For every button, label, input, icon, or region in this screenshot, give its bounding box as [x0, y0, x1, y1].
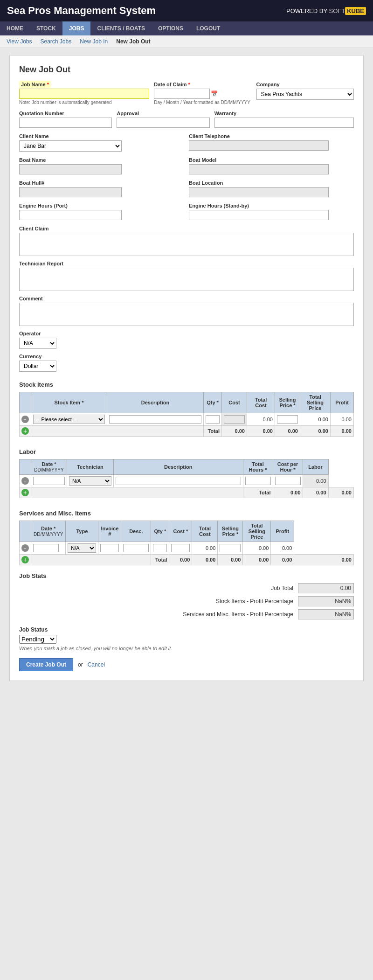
approval-input[interactable]	[117, 118, 209, 128]
nav-logout[interactable]: LOGOUT	[190, 21, 227, 35]
th-stock-profit: Profit	[331, 392, 354, 413]
nav-jobs[interactable]: JOBS	[62, 21, 91, 35]
labor-technician-select[interactable]: N/A	[69, 476, 111, 486]
services-table: Date *DD/MM/YYYY Type Invoice # Desc. Qt…	[19, 521, 354, 565]
client-name-group: Client Name Jane Bar	[19, 133, 184, 152]
warranty-input[interactable]	[214, 118, 354, 128]
add-stock-row-button[interactable]: +	[21, 427, 29, 435]
engine-hours-standby-group: Engine Hours (Stand-by)	[189, 203, 354, 220]
company-select[interactable]: Sea Pros Yachts	[256, 89, 354, 100]
header: Sea Pros Management System POWERED BY SO…	[0, 0, 373, 21]
calendar-icon[interactable]: 📅	[211, 90, 218, 97]
th-stock-item: Stock Item *	[31, 392, 107, 413]
td-stock-total-profit-val: 0.00	[331, 426, 354, 437]
currency-select[interactable]: Dollar	[19, 361, 56, 372]
technician-report-textarea[interactable]	[19, 268, 354, 291]
remove-labor-row-button[interactable]: −	[21, 477, 29, 485]
stock-selling-price-input[interactable]	[277, 415, 298, 424]
subnav-new-job-out[interactable]: New Job Out	[114, 37, 152, 46]
row-client: Client Name Jane Bar Client Telephone 03…	[19, 133, 354, 152]
stock-item-select[interactable]: -- Please select --	[33, 415, 105, 424]
row-job-name: Job Name * Note: Job number is automatic…	[19, 82, 354, 105]
boat-hull-input: 991283746235	[19, 187, 122, 197]
td-svc-total-total-cost: 0.00	[218, 555, 243, 565]
boat-name-input: Pi	[19, 164, 122, 174]
stock-items-table: Stock Item * Description Qty * Cost Tota…	[19, 392, 354, 437]
svc-selling-price-input[interactable]	[220, 544, 241, 552]
nav-home[interactable]: HOME	[0, 21, 30, 35]
td-svc-desc-input	[121, 542, 151, 555]
th-svc-total-cost: Total Cost	[192, 521, 218, 542]
currency-label: Currency	[19, 354, 354, 359]
svc-invoice-input[interactable]	[100, 544, 119, 552]
svc-qty-input[interactable]	[153, 544, 167, 552]
th-stock-total-cost: Total Cost	[247, 392, 275, 413]
stock-qty-input[interactable]	[206, 415, 220, 424]
technician-report-label: Technician Report	[19, 261, 354, 266]
client-name-label: Client Name	[19, 133, 184, 139]
labor-header: Date *DD/MM/YYYY Technician Description …	[20, 459, 354, 475]
nav-stock[interactable]: STOCK	[30, 21, 62, 35]
labor-table: Date *DD/MM/YYYY Technician Description …	[19, 459, 354, 498]
stock-desc-input[interactable]	[109, 415, 201, 424]
header-logo: POWERED BY SOFTKUBE	[286, 7, 366, 14]
boat-location-group: Boat Location Marina	[189, 180, 354, 197]
th-svc-profit: Profit	[271, 521, 294, 542]
cancel-link[interactable]: Cancel	[88, 661, 105, 668]
services-profit-value: NaN%	[298, 609, 354, 619]
th-stock-qty: Qty *	[204, 392, 222, 413]
td-svc-total-qty-val: 0.00	[169, 555, 192, 565]
add-labor-row-button[interactable]: +	[21, 489, 29, 496]
services-title: Services and Misc. Items	[19, 510, 354, 517]
remove-service-row-button[interactable]: −	[21, 544, 29, 552]
svc-date-input[interactable]	[33, 544, 59, 552]
remove-stock-row-button[interactable]: −	[21, 416, 29, 423]
engine-hours-port-label: Engine Hours (Port)	[19, 203, 184, 209]
job-name-input[interactable]	[19, 89, 149, 99]
client-name-select[interactable]: Jane Bar	[19, 140, 122, 152]
nav-clients-boats[interactable]: CLIENTS / BOATS	[90, 21, 151, 35]
td-labor-remove: −	[20, 475, 31, 487]
job-name-note: Note: Job number is automatically genera…	[19, 100, 149, 105]
technician-report-group: Technician Report	[19, 261, 354, 291]
td-svc-profit-val: 0.00	[271, 542, 294, 555]
th-labor-cost-per-hour: Cost per Hour *	[273, 459, 303, 475]
td-svc-total-cost-val: 0.00	[192, 542, 218, 555]
date-of-claim-input[interactable]	[154, 89, 210, 99]
labor-desc-input[interactable]	[116, 477, 241, 485]
job-status-select[interactable]: Pending Active Closed	[19, 635, 56, 644]
labor-date-input[interactable]	[33, 477, 65, 485]
td-svc-total-selling-sum: 0.00	[243, 555, 271, 565]
quotation-input[interactable]	[19, 118, 112, 128]
svc-cost-input[interactable]	[171, 544, 190, 552]
labor-cost-hour-input[interactable]	[275, 477, 301, 485]
comment-textarea[interactable]	[19, 303, 354, 326]
create-job-out-button[interactable]: Create Job Out	[19, 658, 73, 671]
subnav-new-job-in[interactable]: New Job In	[78, 37, 110, 46]
row-boat-name: Boat Name Pi Boat Model Riva Sport Fishe…	[19, 157, 354, 174]
labor-hours-input[interactable]	[245, 477, 271, 485]
client-claim-textarea[interactable]	[19, 233, 354, 256]
th-labor-labor: Labor	[303, 459, 328, 475]
subnav-view-jobs[interactable]: View Jobs	[5, 37, 34, 46]
company-group: Company Sea Pros Yachts	[256, 82, 354, 100]
td-stock-item-select: -- Please select --	[31, 413, 107, 426]
th-svc-qty: Qty *	[151, 521, 169, 542]
quotation-group: Quotation Number	[19, 111, 112, 128]
svc-type-select[interactable]: N/A	[68, 543, 96, 553]
add-service-row-button[interactable]: +	[21, 556, 29, 563]
operator-select[interactable]: N/A	[19, 338, 56, 349]
th-labor-tech: Technician	[67, 459, 114, 475]
td-labor-tech-select: N/A	[67, 475, 114, 487]
td-svc-type-select: N/A	[66, 542, 98, 555]
job-name-group: Job Name * Note: Job number is automatic…	[19, 82, 149, 105]
nav-options[interactable]: OPTIONS	[152, 21, 190, 35]
table-row: − N/A	[20, 542, 354, 555]
subnav-search-jobs[interactable]: Search Jobs	[38, 37, 73, 46]
stock-profit-value: NaN%	[298, 596, 354, 606]
engine-hours-port-input[interactable]	[19, 210, 122, 220]
boat-name-group: Boat Name Pi	[19, 157, 184, 174]
svc-desc-input[interactable]	[123, 544, 149, 552]
engine-hours-standby-input[interactable]	[189, 210, 329, 220]
th-stock-selling-price: Selling Price *	[275, 392, 300, 413]
